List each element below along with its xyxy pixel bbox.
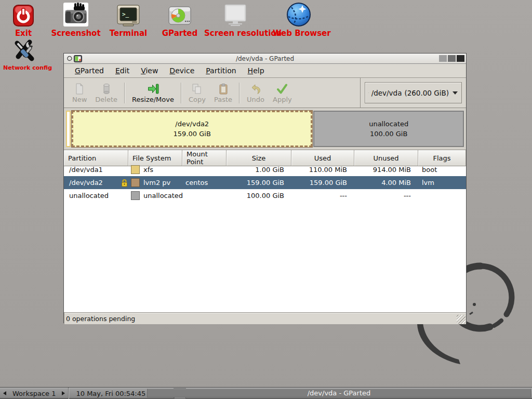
menu-device[interactable]: Device: [164, 65, 200, 76]
cell-size: 159.00 GiB: [227, 176, 291, 189]
cell-unused: ---: [354, 189, 418, 202]
pending-operations: 0 operations pending: [64, 313, 135, 324]
monitor-icon: [204, 2, 267, 27]
cell-partition: /dev/vda2: [64, 176, 128, 189]
copy-label: Copy: [189, 96, 206, 103]
menu-partition[interactable]: Partition: [200, 65, 242, 76]
apply-label: Apply: [273, 96, 292, 103]
prev-workspace-button[interactable]: [0, 388, 9, 399]
undo-label: Undo: [247, 96, 264, 103]
cell-mountpoint: [182, 163, 227, 176]
power-icon: [7, 2, 40, 27]
cell-used: ---: [291, 189, 354, 202]
icon-label: GParted: [159, 29, 201, 38]
cell-size: 100.00 GiB: [227, 189, 291, 202]
toolbar: New Delete Resize/Move: [64, 78, 466, 108]
toolbar-separator: [124, 83, 125, 103]
globe-icon: [273, 2, 325, 27]
desktop-icon-web-browser[interactable]: Web Browser: [273, 2, 325, 38]
fs-color-swatch: [131, 178, 140, 187]
undo-button[interactable]: Undo: [243, 82, 269, 104]
resize-move-label: Resize/Move: [132, 96, 174, 103]
titlebar[interactable]: /dev/vda - GParted: [64, 54, 466, 64]
statusbar: 0 operations pending: [64, 312, 466, 324]
icon-label: Exit: [7, 29, 40, 38]
undo-icon: [249, 83, 262, 95]
table-row-unallocated[interactable]: unallocated unallocated 100.00 GiB --- -…: [64, 189, 466, 202]
desktop-icon-gparted[interactable]: GParted: [159, 2, 201, 38]
desktop-icon-terminal[interactable]: >_ Terminal: [103, 2, 153, 38]
visual-partition-vda1[interactable]: [66, 111, 71, 147]
device-selector[interactable]: /dev/vda (260.00 GiB): [365, 82, 462, 103]
window-title: /dev/vda - GParted: [64, 55, 466, 62]
cell-flags: boot: [418, 163, 466, 176]
table-row-vda1[interactable]: /dev/vda1 xfs 1.00 GiB 110.00 MiB 914.00…: [64, 163, 466, 176]
cell-filesystem: xfs: [128, 163, 182, 176]
crt-terminal-icon: >_: [103, 2, 153, 27]
resize-move-button[interactable]: Resize/Move: [128, 82, 178, 104]
icon-label: Screen resolution: [204, 29, 267, 38]
toolbar-separator: [181, 83, 182, 103]
new-button[interactable]: New: [68, 82, 91, 104]
new-partition-icon: [73, 83, 86, 95]
menubar: GParted Edit View Device Partition Help: [64, 64, 466, 78]
fs-color-swatch: [131, 165, 140, 174]
workspace-label[interactable]: Workspace 1: [9, 390, 59, 397]
resize-grip[interactable]: [457, 315, 466, 324]
partition-table: Partition File System Mount Point Size U…: [64, 150, 466, 312]
lock-icon: [121, 179, 128, 187]
copy-button[interactable]: Copy: [184, 82, 210, 104]
svg-text:>_: >_: [122, 11, 129, 18]
device-size: (260.00 GiB): [404, 89, 449, 97]
menu-gparted[interactable]: GParted: [69, 65, 110, 76]
taskbar: Workspace 1 10 May, Fri 00:54:45 /dev/vd…: [0, 387, 532, 399]
paste-button[interactable]: Paste: [210, 82, 236, 104]
close-button[interactable]: [457, 55, 464, 62]
cell-mountpoint: [182, 189, 227, 202]
apply-button[interactable]: Apply: [269, 82, 296, 104]
cell-flags: [418, 189, 466, 202]
cell-size: 1.00 GiB: [227, 163, 291, 176]
resize-move-icon: [147, 83, 159, 95]
visual-vda2-size: 159.00 GiB: [174, 129, 211, 139]
cell-mountpoint: centos: [182, 176, 227, 189]
desktop-icon-screen-resolution[interactable]: Screen resolution: [204, 2, 267, 38]
left-arrow-icon: [3, 391, 6, 395]
disk-visual-bar: /dev/vda2 159.00 GiB unallocated 100.00 …: [64, 108, 466, 150]
tools-icon: [3, 37, 46, 63]
desktop-icon-network-config[interactable]: Network config: [3, 37, 46, 71]
visual-unallocated[interactable]: unallocated 100.00 GiB: [313, 111, 464, 147]
fs-color-swatch: [131, 191, 140, 200]
camera-icon: [50, 2, 102, 27]
menu-help[interactable]: Help: [242, 65, 270, 76]
task-title: /dev/vda - GParted: [308, 389, 371, 397]
toolbar-separator: [239, 83, 240, 103]
desktop-icon-screenshot[interactable]: Screenshot: [50, 2, 102, 38]
icon-label: Web Browser: [273, 29, 325, 38]
task-button-gparted[interactable]: /dev/vda - GParted: [147, 389, 531, 397]
disk-pie-icon: [159, 2, 201, 27]
delete-button[interactable]: Delete: [91, 82, 122, 104]
table-row-vda2-selected[interactable]: /dev/vda2 lvm2 pv centos 159.00 GiB 159.…: [64, 176, 466, 189]
right-arrow-icon: [62, 391, 65, 395]
cell-flags: lvm: [418, 176, 466, 189]
menu-view[interactable]: View: [135, 65, 164, 76]
copy-icon: [191, 83, 203, 95]
cell-used: 110.00 MiB: [291, 163, 354, 176]
visual-unalloc-size: 100.00 GiB: [370, 129, 407, 139]
desktop-icon-exit[interactable]: Exit: [7, 2, 40, 38]
paste-icon: [217, 83, 230, 95]
chevron-down-icon: [453, 91, 458, 95]
icon-label: Screenshot: [50, 29, 102, 38]
next-workspace-button[interactable]: [59, 388, 68, 399]
cell-filesystem: unallocated: [128, 189, 182, 202]
table-header: Partition File System Mount Point Size U…: [64, 150, 466, 163]
menu-edit[interactable]: Edit: [110, 65, 135, 76]
visual-partition-vda2-selected[interactable]: /dev/vda2 159.00 GiB: [72, 111, 312, 147]
minimize-button[interactable]: [439, 55, 447, 62]
paste-label: Paste: [214, 96, 232, 103]
delete-partition-icon: [100, 83, 113, 95]
maximize-button[interactable]: [448, 55, 456, 62]
cell-unused: 4.00 MiB: [354, 176, 418, 189]
delete-label: Delete: [95, 96, 117, 103]
